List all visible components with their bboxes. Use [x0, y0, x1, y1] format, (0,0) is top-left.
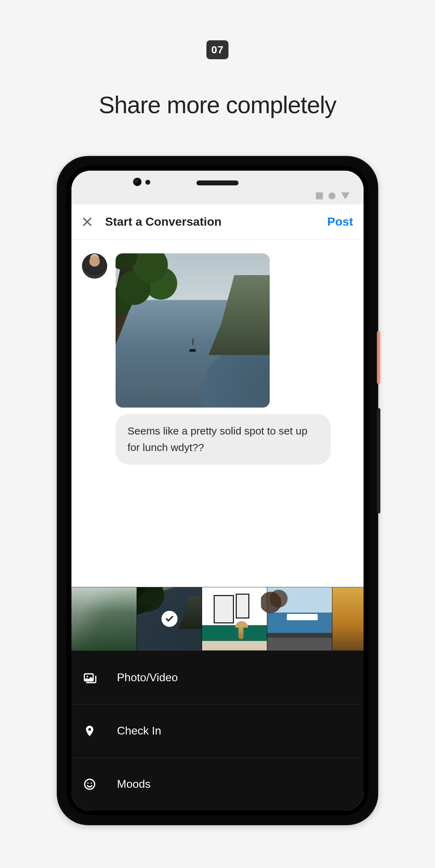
attach-moods-label: Moods	[117, 778, 151, 791]
photo-video-icon	[82, 670, 97, 684]
attach-photo-video-label: Photo/Video	[117, 671, 178, 684]
svg-point-2	[85, 779, 95, 789]
status-square-icon	[316, 192, 323, 199]
attach-check-in-label: Check In	[117, 724, 161, 737]
gallery-thumb-5[interactable]	[332, 587, 364, 650]
gallery-thumb-3[interactable]	[202, 587, 267, 650]
gallery-strip[interactable]	[71, 587, 364, 651]
phone-frame: Start a Conversation Post Seems like a p…	[57, 156, 378, 825]
attach-moods[interactable]: Moods	[71, 757, 364, 811]
message-text[interactable]: Seems like a pretty solid spot to set up…	[116, 414, 331, 465]
avatar[interactable]	[82, 253, 107, 279]
status-triangle-icon	[341, 192, 350, 199]
gallery-thumb-2[interactable]	[137, 587, 202, 650]
composer-body: Seems like a pretty solid spot to set up…	[71, 239, 364, 587]
svg-point-3	[87, 782, 89, 784]
selected-check-icon	[161, 611, 178, 627]
status-bar	[71, 171, 364, 204]
location-pin-icon	[82, 724, 97, 738]
attach-menu: Photo/Video Check In Moods	[71, 651, 364, 811]
gallery-thumb-1[interactable]	[71, 587, 137, 650]
attach-photo-video[interactable]: Photo/Video	[71, 651, 364, 704]
topbar-title: Start a Conversation	[105, 215, 315, 228]
phone-volume-button	[377, 408, 380, 513]
attach-check-in[interactable]: Check In	[71, 704, 364, 757]
close-icon[interactable]	[82, 217, 92, 227]
phone-power-button	[377, 331, 380, 384]
phone-screen: Start a Conversation Post Seems like a p…	[71, 171, 364, 811]
phone-earpiece	[196, 180, 239, 185]
composer-topbar: Start a Conversation Post	[71, 204, 364, 239]
smile-icon	[82, 778, 97, 791]
gallery-thumb-4[interactable]	[267, 587, 332, 650]
post-button[interactable]: Post	[327, 215, 353, 228]
status-circle-icon	[329, 192, 336, 199]
svg-point-1	[87, 676, 88, 677]
attached-photo[interactable]	[116, 253, 270, 408]
phone-front-camera	[133, 178, 141, 186]
page-title: Share more completely	[0, 91, 435, 118]
svg-point-4	[91, 782, 92, 784]
page-number-badge: 07	[206, 40, 228, 59]
phone-sensor	[145, 180, 150, 185]
